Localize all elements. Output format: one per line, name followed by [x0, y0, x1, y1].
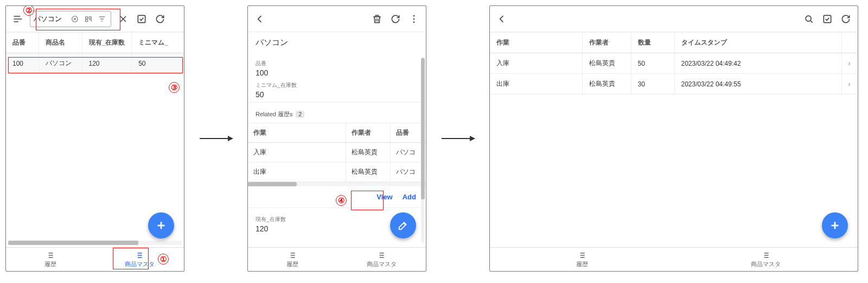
tab-master[interactable]: 商品マスタ — [95, 248, 184, 271]
tab-history[interactable]: 履歴 — [490, 248, 674, 271]
refresh-icon[interactable] — [154, 12, 167, 26]
table-row[interactable]: 入庫松島英貴502023/03/22 04:49:42 › — [490, 53, 858, 74]
field-label: 品番 — [256, 60, 418, 67]
field-value: 50 — [256, 90, 418, 99]
col-header: 現有_在庫数 — [82, 33, 132, 53]
chevron-right-icon: › — [841, 74, 858, 95]
search-input-box[interactable] — [30, 11, 111, 27]
table-row[interactable]: 入庫松島英貴パソコ — [248, 143, 426, 162]
svg-rect-9 — [824, 15, 831, 22]
more-icon[interactable] — [407, 12, 420, 26]
select-icon[interactable] — [135, 12, 148, 26]
panel-detail: パソコン 品番 100 ミニマム_在庫数 50 Related 履歴s 2 作業… — [247, 5, 426, 272]
col-header: 作業者 — [346, 123, 390, 143]
col-header: 作業者 — [582, 33, 631, 53]
refresh-icon[interactable] — [839, 12, 852, 26]
col-header: 作業 — [248, 123, 346, 143]
svg-point-6 — [413, 18, 415, 20]
panel-history: 作業 作業者 数量 タイムスタンプ 入庫松島英貴502023/03/22 04:… — [489, 5, 858, 272]
flow-arrow — [200, 138, 232, 139]
close-icon[interactable] — [117, 12, 130, 26]
add-fab[interactable] — [148, 212, 174, 238]
result-table: 品番 商品名 現有_在庫数 ミニマム_ 100 パソコン 120 50 — [6, 32, 184, 74]
tab-label: 商品マスタ — [125, 260, 155, 268]
tab-label: 履歴 — [286, 260, 298, 268]
chevron-right-icon: › — [841, 53, 858, 74]
history-table: 作業 作業者 数量 タイムスタンプ 入庫松島英貴502023/03/22 04:… — [490, 32, 858, 95]
back-icon[interactable] — [253, 12, 266, 26]
field-label: ミニマム_在庫数 — [256, 81, 418, 89]
filter-icon[interactable] — [97, 12, 107, 26]
related-label: Related 履歴s — [256, 110, 292, 118]
panel-search-list: 品番 商品名 現有_在庫数 ミニマム_ 100 パソコン 120 50 履歴 — [5, 5, 184, 272]
table-row[interactable]: 出庫松島英貴302023/03/22 04:49:55 › — [490, 74, 858, 95]
col-header: 数量 — [631, 33, 674, 53]
detail-title: パソコン — [248, 32, 426, 51]
edit-fab[interactable] — [390, 212, 416, 238]
view-button[interactable]: View — [376, 193, 392, 201]
col-header: 品番 — [6, 33, 39, 53]
svg-rect-4 — [138, 15, 145, 22]
clear-icon[interactable] — [69, 12, 80, 26]
add-button[interactable]: Add — [403, 193, 416, 201]
svg-point-5 — [413, 15, 415, 16]
tab-history[interactable]: 履歴 — [248, 248, 337, 271]
related-count: 2 — [296, 111, 304, 118]
svg-point-8 — [806, 16, 811, 21]
menu-icon[interactable] — [11, 12, 24, 26]
table-row[interactable]: 出庫松島英貴パソコ — [248, 162, 426, 182]
col-header: 商品名 — [39, 33, 82, 53]
barcode-icon[interactable] — [83, 12, 93, 26]
col-header: ミニマム_ — [132, 33, 184, 53]
back-icon[interactable] — [495, 12, 508, 26]
tab-label: 履歴 — [44, 260, 56, 268]
refresh-icon[interactable] — [389, 12, 402, 26]
tab-master[interactable]: 商品マスタ — [337, 248, 426, 271]
add-fab[interactable] — [822, 212, 848, 238]
table-row[interactable]: 100 パソコン 120 50 — [6, 53, 184, 74]
search-icon[interactable] — [802, 12, 815, 26]
svg-point-7 — [413, 21, 415, 23]
tab-label: 商品マスタ — [367, 260, 397, 268]
col-header: タイムスタンプ — [674, 33, 841, 53]
tab-label: 商品マスタ — [751, 260, 781, 268]
scrollbar[interactable] — [421, 57, 425, 243]
tab-label: 履歴 — [576, 260, 588, 268]
select-icon[interactable] — [821, 12, 834, 26]
search-input[interactable] — [34, 14, 66, 24]
related-table: 作業 作業者 品番 入庫松島英貴パソコ 出庫松島英貴パソコ — [248, 123, 426, 182]
delete-icon[interactable] — [371, 12, 384, 26]
tab-history[interactable]: 履歴 — [6, 248, 95, 271]
col-header: 作業 — [490, 33, 582, 53]
svg-rect-1 — [86, 17, 88, 18]
svg-rect-3 — [86, 20, 88, 21]
svg-rect-2 — [89, 17, 91, 18]
field-value: 100 — [256, 68, 418, 77]
col-header — [841, 33, 858, 53]
flow-arrow — [442, 138, 474, 139]
tab-master[interactable]: 商品マスタ — [674, 248, 858, 271]
